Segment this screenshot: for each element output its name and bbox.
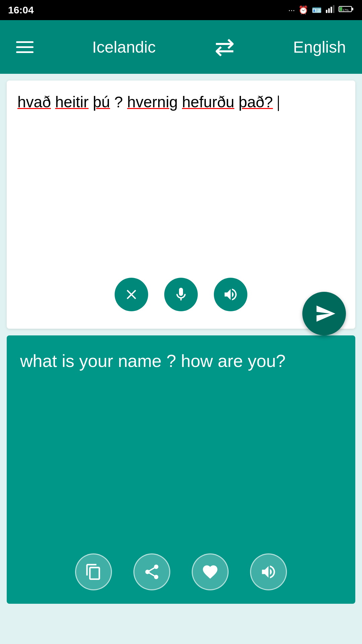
svg-rect-6 bbox=[352, 8, 353, 10]
clear-button[interactable] bbox=[115, 278, 148, 311]
source-language-label[interactable]: Icelandic bbox=[92, 38, 156, 56]
word-bad: það? bbox=[239, 93, 273, 111]
battery-icon: 17% bbox=[339, 5, 354, 15]
output-text-display: what is your name ? how are you? bbox=[20, 349, 342, 540]
alarm-icon: ⏰ bbox=[298, 5, 308, 15]
swap-languages-button[interactable]: ⇄ bbox=[215, 33, 235, 61]
favorite-button[interactable] bbox=[192, 553, 229, 590]
menu-line bbox=[16, 46, 34, 48]
output-section: what is your name ? how are you? bbox=[7, 335, 355, 604]
word-heitir: heitir bbox=[55, 93, 89, 111]
svg-rect-3 bbox=[333, 5, 335, 13]
menu-button[interactable] bbox=[16, 41, 34, 53]
word-hefurdu: hefurðu bbox=[182, 93, 234, 111]
status-bar: 16:04 ··· ⏰ 🪪 bbox=[0, 0, 362, 20]
send-translation-button[interactable] bbox=[302, 292, 346, 335]
svg-text:17%: 17% bbox=[343, 8, 349, 12]
text-cursor bbox=[278, 96, 279, 111]
speaker-input-button[interactable] bbox=[214, 278, 247, 311]
microphone-button[interactable] bbox=[164, 278, 198, 311]
send-button-wrapper bbox=[302, 292, 346, 335]
menu-line bbox=[16, 51, 34, 53]
menu-line bbox=[16, 41, 34, 43]
input-controls bbox=[17, 271, 345, 318]
word-hvad: hvað bbox=[17, 93, 51, 111]
word-hvernig: hvernig bbox=[127, 93, 178, 111]
svg-rect-0 bbox=[326, 10, 327, 13]
status-icons: ··· ⏰ 🪪 17% bbox=[288, 4, 354, 16]
target-language-label[interactable]: English bbox=[293, 38, 346, 56]
svg-rect-5 bbox=[340, 7, 342, 11]
share-button[interactable] bbox=[133, 553, 170, 590]
status-time: 16:04 bbox=[8, 4, 34, 16]
word-bu: þú bbox=[93, 93, 110, 111]
svg-rect-1 bbox=[328, 8, 330, 13]
navbar: Icelandic ⇄ English bbox=[0, 20, 362, 74]
copy-button[interactable] bbox=[75, 553, 112, 590]
svg-rect-2 bbox=[330, 7, 332, 13]
output-controls bbox=[20, 540, 342, 604]
sim-icon: 🪪 bbox=[312, 5, 322, 15]
signal-icon bbox=[325, 4, 335, 16]
input-text-display[interactable]: hvað heitir þú ? hvernig hefurðu það? bbox=[17, 91, 345, 271]
input-section: hvað heitir þú ? hvernig hefurðu það? bbox=[7, 80, 355, 329]
dots-icon: ··· bbox=[288, 5, 295, 15]
speaker-output-button[interactable] bbox=[250, 553, 287, 590]
